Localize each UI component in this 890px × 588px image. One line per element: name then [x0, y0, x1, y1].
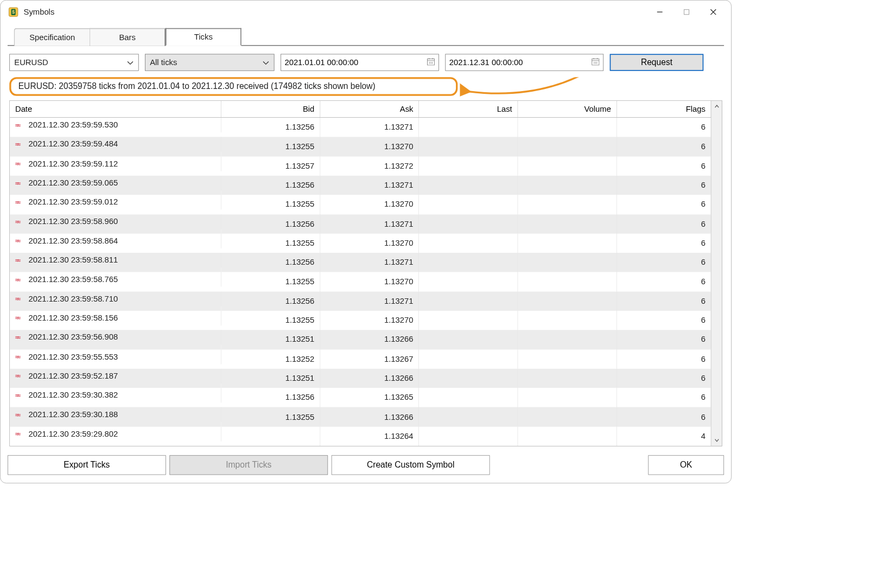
cell-volume	[518, 330, 616, 349]
cell-flags: 6	[616, 156, 711, 176]
cell-date: ≈≈2021.12.30 23:59:58.156	[10, 311, 221, 325]
cell-bid	[221, 426, 320, 446]
cell-ask: 1.13270	[320, 195, 419, 214]
cell-last	[419, 311, 518, 330]
tick-icon: ≈≈	[15, 430, 25, 437]
tab-specification[interactable]: Specification	[14, 28, 90, 46]
cell-date: ≈≈2021.12.30 23:59:59.012	[10, 195, 221, 209]
tick-mode-select[interactable]: All ticks	[145, 54, 274, 71]
table-row[interactable]: ≈≈2021.12.30 23:59:29.8021.132644	[10, 426, 711, 446]
col-volume[interactable]: Volume	[518, 101, 616, 118]
import-ticks-button[interactable]: Import Ticks	[169, 455, 328, 475]
cell-volume	[518, 291, 616, 311]
close-button[interactable]	[700, 3, 727, 21]
cell-volume	[518, 176, 616, 195]
cell-flags: 4	[616, 426, 711, 446]
cell-bid: 1.13256	[221, 388, 320, 407]
cell-last	[419, 426, 518, 446]
tab-bars[interactable]: Bars	[90, 28, 166, 46]
chevron-down-icon	[262, 57, 269, 67]
filter-controls: EURUSD All ticks 2021.01.01 00:00:00 202…	[8, 46, 724, 75]
cell-date: ≈≈2021.12.30 23:59:58.864	[10, 234, 221, 248]
tick-icon: ≈≈	[15, 141, 25, 148]
ticks-grid: Date Bid Ask Last Volume Flags ≈≈2021.12…	[9, 100, 722, 446]
table-row[interactable]: ≈≈2021.12.30 23:59:30.3821.132561.132656	[10, 388, 711, 407]
cell-ask: 1.13270	[320, 311, 419, 330]
tab-bar: Specification Bars Ticks	[8, 27, 724, 46]
tick-icon: ≈≈	[15, 199, 25, 206]
cell-last	[419, 330, 518, 349]
cell-date: ≈≈2021.12.30 23:59:59.530	[10, 118, 221, 132]
cell-flags: 6	[616, 176, 711, 195]
table-row[interactable]: ≈≈2021.12.30 23:59:59.0121.132551.132706	[10, 195, 711, 214]
cell-date: ≈≈2021.12.30 23:59:59.112	[10, 156, 221, 171]
table-row[interactable]: ≈≈2021.12.30 23:59:30.1881.132551.132666	[10, 407, 711, 427]
scroll-up-icon[interactable]	[714, 101, 720, 112]
cell-flags: 6	[616, 214, 711, 234]
col-ask[interactable]: Ask	[320, 101, 419, 118]
table-row[interactable]: ≈≈2021.12.30 23:59:52.1871.132511.132666	[10, 369, 711, 388]
request-button[interactable]: Request	[610, 54, 704, 71]
cell-bid: 1.13255	[221, 311, 320, 330]
cell-ask: 1.13270	[320, 234, 419, 253]
cell-flags: 6	[616, 407, 711, 427]
cell-last	[419, 369, 518, 388]
cell-bid: 1.13256	[221, 214, 320, 234]
table-row[interactable]: ≈≈2021.12.30 23:59:55.5531.132521.132676	[10, 349, 711, 369]
scroll-down-icon[interactable]	[714, 435, 720, 446]
col-flags[interactable]: Flags	[616, 101, 711, 118]
cell-flags: 6	[616, 330, 711, 349]
table-row[interactable]: ≈≈2021.12.30 23:59:56.9081.132511.132666	[10, 330, 711, 349]
table-row[interactable]: ≈≈2021.12.30 23:59:58.1561.132551.132706	[10, 311, 711, 330]
cell-flags: 6	[616, 253, 711, 272]
col-last[interactable]: Last	[419, 101, 518, 118]
cell-last	[419, 407, 518, 427]
cell-flags: 6	[616, 291, 711, 311]
date-to-input[interactable]: 2021.12.31 00:00:00	[445, 54, 603, 71]
table-header-row: Date Bid Ask Last Volume Flags	[10, 101, 711, 118]
tick-icon: ≈≈	[15, 334, 25, 341]
symbol-select[interactable]: EURUSD	[9, 54, 138, 71]
table-row[interactable]: ≈≈2021.12.30 23:59:58.7101.132561.132716	[10, 291, 711, 311]
titlebar: $ Symbols	[1, 1, 731, 24]
export-ticks-button[interactable]: Export Ticks	[8, 455, 166, 475]
table-row[interactable]: ≈≈2021.12.30 23:59:59.5301.132561.132716	[10, 118, 711, 137]
ticks-table: Date Bid Ask Last Volume Flags ≈≈2021.12…	[10, 101, 711, 446]
calendar-icon[interactable]	[592, 57, 600, 68]
date-from-input[interactable]: 2021.01.01 00:00:00	[281, 54, 439, 71]
table-row[interactable]: ≈≈2021.12.30 23:59:58.9601.132561.132716	[10, 214, 711, 234]
create-custom-symbol-button[interactable]: Create Custom Symbol	[332, 455, 490, 475]
cell-bid: 1.13252	[221, 349, 320, 369]
table-row[interactable]: ≈≈2021.12.30 23:59:58.8111.132561.132716	[10, 253, 711, 272]
table-row[interactable]: ≈≈2021.12.30 23:59:58.8641.132551.132706	[10, 234, 711, 253]
app-icon: $	[8, 7, 19, 18]
cell-last	[419, 118, 518, 137]
col-date[interactable]: Date	[10, 101, 221, 118]
tick-mode-value: All ticks	[150, 57, 177, 67]
cell-flags: 6	[616, 369, 711, 388]
ok-button[interactable]: OK	[648, 455, 724, 475]
cell-last	[419, 214, 518, 234]
tab-ticks[interactable]: Ticks	[166, 28, 241, 46]
cell-last	[419, 272, 518, 292]
cell-bid: 1.13255	[221, 234, 320, 253]
maximize-button[interactable]	[673, 3, 700, 21]
col-bid[interactable]: Bid	[221, 101, 320, 118]
table-row[interactable]: ≈≈2021.12.30 23:59:58.7651.132551.132706	[10, 272, 711, 292]
vertical-scrollbar[interactable]	[711, 101, 722, 446]
svg-text:$: $	[12, 9, 15, 15]
table-row[interactable]: ≈≈2021.12.30 23:59:59.1121.132571.132726	[10, 156, 711, 176]
calendar-icon[interactable]	[427, 57, 435, 68]
tick-icon: ≈≈	[15, 257, 25, 264]
cell-volume	[518, 253, 616, 272]
cell-date: ≈≈2021.12.30 23:59:59.065	[10, 176, 221, 190]
cell-ask: 1.13271	[320, 118, 419, 137]
minimize-button[interactable]	[646, 3, 673, 21]
tick-icon: ≈≈	[15, 122, 25, 129]
date-to-value: 2021.12.31 00:00:00	[449, 57, 523, 67]
table-row[interactable]: ≈≈2021.12.30 23:59:59.4841.132551.132706	[10, 137, 711, 157]
tick-icon: ≈≈	[15, 315, 25, 322]
cell-ask: 1.13271	[320, 291, 419, 311]
table-row[interactable]: ≈≈2021.12.30 23:59:59.0651.132561.132716	[10, 176, 711, 195]
cell-ask: 1.13267	[320, 349, 419, 369]
